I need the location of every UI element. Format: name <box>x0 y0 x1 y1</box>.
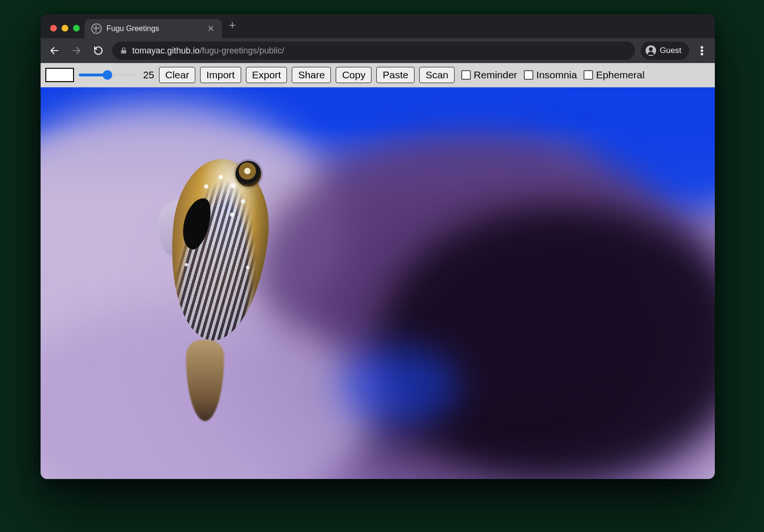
import-button[interactable]: Import <box>200 67 241 83</box>
tab-strip: Fugu Greetings ✕ + <box>41 14 715 38</box>
copy-button[interactable]: Copy <box>336 67 371 83</box>
share-button[interactable]: Share <box>292 67 331 83</box>
insomnia-checkbox[interactable]: Insomnia <box>524 69 577 81</box>
window-close-button[interactable] <box>50 25 57 32</box>
profile-chip[interactable]: Guest <box>641 42 689 60</box>
profile-label: Guest <box>660 46 681 55</box>
export-button[interactable]: Export <box>246 67 287 83</box>
checkbox-box-icon <box>584 70 593 80</box>
toolbar-row: tomayac.github.io/fugu-greetings/public/… <box>41 38 715 63</box>
browser-window: Fugu Greetings ✕ + tomayac.github.io/fug… <box>41 14 715 479</box>
browser-menu-button[interactable]: ••• <box>695 46 709 56</box>
nav-reload-button[interactable] <box>90 43 106 59</box>
lock-icon <box>120 47 127 54</box>
checkbox-label: Reminder <box>474 69 517 81</box>
brush-size-value: 25 <box>141 69 154 81</box>
address-bar[interactable]: tomayac.github.io/fugu-greetings/public/ <box>112 42 635 60</box>
fish-body <box>162 155 276 345</box>
browser-tab[interactable]: Fugu Greetings ✕ <box>85 19 222 38</box>
url-text: tomayac.github.io/fugu-greetings/public/ <box>132 46 284 56</box>
person-icon <box>646 45 656 56</box>
window-zoom-button[interactable] <box>73 25 80 32</box>
checkbox-label: Ephemeral <box>596 69 645 81</box>
reminder-checkbox[interactable]: Reminder <box>461 69 517 81</box>
ephemeral-checkbox[interactable]: Ephemeral <box>584 69 645 81</box>
drawing-canvas[interactable] <box>41 87 715 479</box>
slider-thumb[interactable] <box>103 70 112 80</box>
nav-forward-button[interactable] <box>68 43 85 59</box>
app-toolbar: 25 Clear Import Export Share Copy Paste … <box>41 63 715 87</box>
nav-back-button[interactable] <box>46 43 63 59</box>
close-tab-icon[interactable]: ✕ <box>206 24 215 33</box>
window-controls <box>47 25 85 38</box>
url-path: /fugu-greetings/public/ <box>200 46 284 55</box>
canvas-bg <box>337 346 458 425</box>
tab-title: Fugu Greetings <box>106 24 202 33</box>
checkbox-box-icon <box>461 70 471 80</box>
color-picker[interactable] <box>45 68 74 82</box>
url-host: tomayac.github.io <box>132 46 200 55</box>
clear-button[interactable]: Clear <box>159 67 195 83</box>
checkbox-box-icon <box>524 70 533 80</box>
paste-button[interactable]: Paste <box>376 67 414 83</box>
globe-icon <box>91 23 102 34</box>
brush-size-slider[interactable] <box>79 70 136 80</box>
checkbox-label: Insomnia <box>536 69 577 81</box>
new-tab-button[interactable]: + <box>222 19 243 34</box>
fish-spots <box>162 155 276 345</box>
window-minimize-button[interactable] <box>62 25 68 32</box>
canvas-image-fish <box>127 123 308 405</box>
scan-button[interactable]: Scan <box>419 67 455 83</box>
